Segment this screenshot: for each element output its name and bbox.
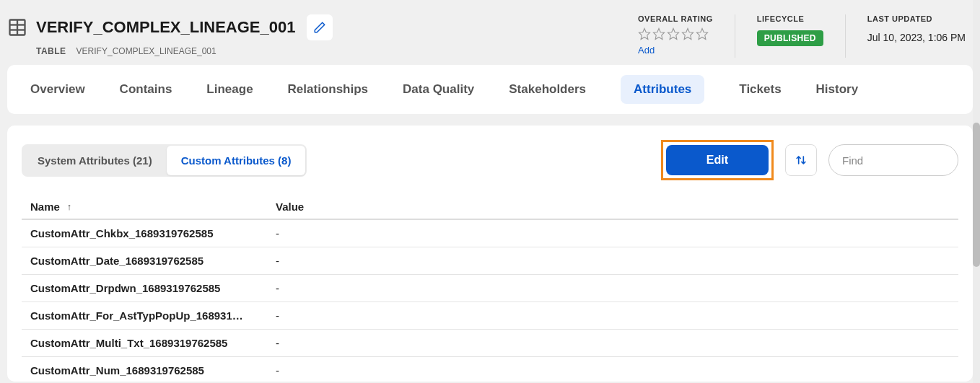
cell-name: CustomAttr_Drpdwn_1689319762585	[30, 282, 276, 294]
column-header-value[interactable]: Value	[276, 201, 950, 213]
star-icon	[667, 27, 680, 40]
cell-value: -	[276, 282, 950, 294]
sort-icon	[794, 153, 808, 167]
add-rating-link[interactable]: Add	[638, 45, 713, 56]
edit-title-button[interactable]	[307, 14, 333, 40]
scrollbar-track[interactable]	[973, 0, 980, 383]
cell-value: -	[276, 255, 950, 267]
cell-name: CustomAttr_Num_1689319762585	[30, 364, 276, 377]
cell-value: -	[276, 364, 950, 377]
cell-name: CustomAttr_Multi_Txt_1689319762585	[30, 337, 276, 349]
attributes-table: Name ↑ Value CustomAttr_Chkbx_1689319762…	[22, 195, 958, 383]
header-left: VERIFY_COMPLEX_LINEAGE_001 TABLE VERIFY_…	[7, 14, 631, 56]
asset-name-label: VERIFY_COMPLEX_LINEAGE_001	[76, 46, 216, 56]
tab-data-quality[interactable]: Data Quality	[403, 82, 474, 97]
tab-history[interactable]: History	[816, 82, 859, 97]
breadcrumb: TABLE VERIFY_COMPLEX_LINEAGE_001	[36, 46, 333, 56]
tab-overview[interactable]: Overview	[30, 82, 85, 97]
edit-highlight: Edit	[661, 140, 774, 180]
page-title: VERIFY_COMPLEX_LINEAGE_001	[36, 18, 295, 37]
tab-tickets[interactable]: Tickets	[739, 82, 781, 97]
lifecycle-block: LIFECYCLE PUBLISHED	[757, 14, 823, 46]
tab-attributes[interactable]: Attributes	[621, 75, 704, 104]
sort-button[interactable]	[785, 144, 817, 176]
cell-value: -	[276, 227, 950, 239]
table-row[interactable]: CustomAttr_Num_1689319762585 -	[22, 357, 958, 383]
asset-type-label: TABLE	[36, 46, 66, 56]
star-icon	[652, 27, 665, 40]
right-controls: Edit	[661, 140, 958, 180]
cell-name: CustomAttr_Date_1689319762585	[30, 255, 276, 267]
lifecycle-badge: PUBLISHED	[757, 30, 823, 46]
tab-stakeholders[interactable]: Stakeholders	[509, 82, 586, 97]
meta-separator	[845, 14, 846, 58]
table-row[interactable]: CustomAttr_For_AstTypPopUp_168931… -	[22, 302, 958, 330]
title-row: VERIFY_COMPLEX_LINEAGE_001	[36, 14, 333, 40]
column-name-label: Name	[30, 201, 60, 213]
tab-relationships[interactable]: Relationships	[288, 82, 368, 97]
attributes-toggle: System Attributes (21) Custom Attributes…	[22, 144, 307, 177]
tabs-bar: Overview Contains Lineage Relationships …	[7, 65, 973, 114]
attributes-panel: System Attributes (21) Custom Attributes…	[7, 126, 973, 382]
table-row[interactable]: CustomAttr_Date_1689319762585 -	[22, 247, 958, 275]
star-icon	[638, 27, 651, 40]
table-icon	[7, 17, 27, 38]
edit-button[interactable]: Edit	[666, 145, 769, 175]
svg-marker-5	[653, 29, 664, 40]
cell-value: -	[276, 337, 950, 349]
sort-asc-icon: ↑	[67, 201, 72, 212]
rating-block: OVERALL RATING Add	[638, 14, 713, 56]
toggle-custom-attributes[interactable]: Custom Attributes (8)	[167, 146, 306, 175]
updated-value: Jul 10, 2023, 1:06 PM	[867, 32, 966, 43]
svg-marker-4	[639, 29, 649, 40]
svg-marker-8	[696, 29, 707, 40]
updated-block: LAST UPDATED Jul 10, 2023, 1:06 PM	[867, 14, 966, 43]
table-row[interactable]: CustomAttr_Multi_Txt_1689319762585 -	[22, 330, 958, 357]
table-row[interactable]: CustomAttr_Drpdwn_1689319762585 -	[22, 275, 958, 302]
find-input[interactable]	[828, 144, 958, 176]
updated-label: LAST UPDATED	[867, 14, 966, 23]
pencil-icon	[313, 21, 326, 34]
svg-marker-7	[682, 29, 693, 40]
star-icon	[681, 27, 694, 40]
table-row[interactable]: CustomAttr_Chkbx_1689319762585 -	[22, 220, 958, 247]
cell-value: -	[276, 309, 950, 322]
toggle-system-attributes[interactable]: System Attributes (21)	[23, 146, 167, 175]
page-header: VERIFY_COMPLEX_LINEAGE_001 TABLE VERIFY_…	[0, 0, 980, 65]
meta-separator	[735, 14, 735, 58]
scrollbar-thumb[interactable]	[973, 123, 980, 267]
table-header: Name ↑ Value	[22, 195, 958, 220]
svg-marker-6	[668, 29, 678, 40]
star-icon	[696, 27, 709, 40]
cell-name: CustomAttr_Chkbx_1689319762585	[30, 227, 276, 239]
tab-lineage[interactable]: Lineage	[206, 82, 253, 97]
controls-row: System Attributes (21) Custom Attributes…	[22, 140, 958, 180]
title-block: VERIFY_COMPLEX_LINEAGE_001 TABLE VERIFY_…	[36, 14, 333, 56]
tab-contains[interactable]: Contains	[120, 82, 172, 97]
column-header-name[interactable]: Name ↑	[30, 201, 276, 213]
lifecycle-label: LIFECYCLE	[757, 14, 823, 23]
header-right: OVERALL RATING Add LIFECYCLE PUBLISHED L…	[638, 14, 966, 58]
rating-stars[interactable]	[638, 27, 713, 40]
rating-label: OVERALL RATING	[638, 14, 713, 23]
cell-name: CustomAttr_For_AstTypPopUp_168931…	[30, 309, 276, 322]
